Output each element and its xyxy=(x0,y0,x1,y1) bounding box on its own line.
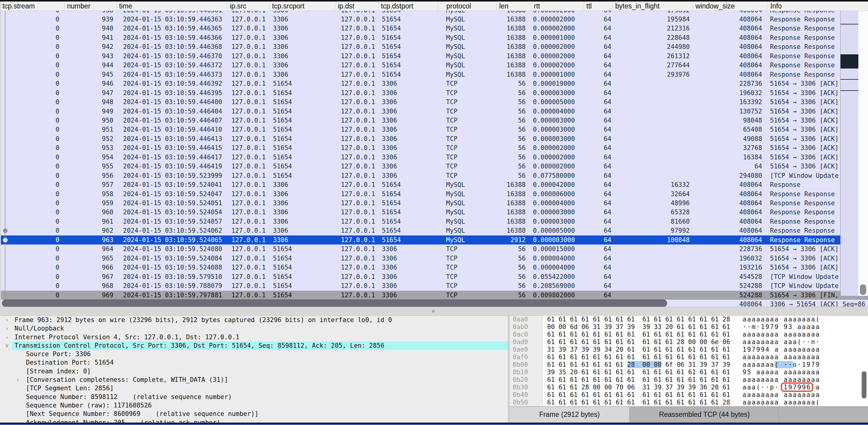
cell-srcport: 51654 xyxy=(269,153,335,162)
hex-line-0b30[interactable]: 0b3061 61 61 28 00 00 70 06 31 39 37 39 … xyxy=(510,384,868,391)
expanded-arrow-icon[interactable]: ∨ xyxy=(2,341,11,350)
packet-row-953[interactable]: 09532024-01-15 03:10:59.446415127.0.0.15… xyxy=(0,143,868,153)
hex-line-0ab0[interactable]: 0ab000 00 6d 06 31 39 37 39 39 33 20 61 … xyxy=(510,323,868,331)
detail-line[interactable]: ›Frame 963: 2912 bytes on wire (23296 bi… xyxy=(0,316,508,324)
packet-row-964[interactable]: 09642024-01-15 03:10:59.524080127.0.0.15… xyxy=(0,245,868,254)
packet-row-955[interactable]: 09552024-01-15 03:10:59.446419127.0.0.15… xyxy=(0,162,868,171)
detail-line[interactable]: [Next Sequence Number: 8600969 (relative… xyxy=(0,409,508,418)
detail-line[interactable]: Source Port: 3306 xyxy=(0,350,508,358)
packet-row-938[interactable]: 09382024-01-15 03:10:59.446361127.0.0.13… xyxy=(0,11,868,15)
splitter-handle[interactable] xyxy=(432,310,435,313)
collapsed-arrow-icon[interactable]: › xyxy=(2,316,11,324)
packet-list[interactable]: 09382024-01-15 03:10:59.446361127.0.0.13… xyxy=(0,11,868,307)
hex-line-0b40[interactable]: 0b4061 61 61 61 61 61 61 61 61 61 61 61 … xyxy=(510,391,868,399)
hex-line-0b50[interactable]: 0b5061 61 61 61 61 61 61 61 61 61 61 61 … xyxy=(510,399,868,406)
collapsed-arrow-icon[interactable]: › xyxy=(13,375,22,384)
column-header-stream[interactable]: tcp.stream xyxy=(0,1,64,10)
hex-vscroll-thumb[interactable] xyxy=(862,371,867,398)
column-header-len[interactable]: len xyxy=(496,1,531,10)
cell-ttl: 64 xyxy=(584,88,613,98)
cell-proto: MySQL xyxy=(438,235,496,245)
hex-ascii: aaaaaaaa aaa(··n· xyxy=(743,338,820,346)
packet-row-956[interactable]: 09562024-01-15 03:10:59.523999127.0.0.15… xyxy=(0,171,868,180)
packet-row-941[interactable]: 09412024-01-15 03:10:59.446366127.0.0.13… xyxy=(0,33,868,42)
detail-line[interactable]: Sequence Number: 8598112 (relative seque… xyxy=(0,393,508,401)
detail-line[interactable]: ›Null/Loopback xyxy=(0,324,508,333)
detail-line-text: [TCP Segment Len: 2856] xyxy=(26,384,114,392)
packet-row-963[interactable]: 09632024-01-15 03:10:59.524065127.0.0.13… xyxy=(0,235,868,245)
column-header-no[interactable]: number xyxy=(64,1,116,10)
packet-row-958[interactable]: 09582024-01-15 03:10:59.524047127.0.0.13… xyxy=(0,190,868,199)
packet-row-943[interactable]: 09432024-01-15 03:10:59.446370127.0.0.13… xyxy=(0,52,868,61)
detail-line[interactable]: Acknowledgment Number: 205 (relative ack… xyxy=(0,418,508,423)
hex-line-0b10[interactable]: 0b1039 35 20 61 61 61 61 61 61 61 61 61 … xyxy=(510,369,868,376)
column-header-dstport[interactable]: tcp.dstport xyxy=(378,1,438,10)
collapsed-arrow-icon[interactable]: › xyxy=(2,333,11,341)
packet-list-vscroll-track[interactable] xyxy=(858,11,868,296)
hex-line-0b20[interactable]: 0b2061 61 61 61 61 61 61 61 61 61 61 61 … xyxy=(510,376,868,384)
hex-line-0aa0[interactable]: 0aa061 61 61 61 61 61 61 61 61 61 61 61 … xyxy=(510,316,868,323)
column-header-time[interactable]: time xyxy=(116,1,227,10)
detail-line[interactable]: Destination Port: 51654 xyxy=(0,358,508,367)
cell-bif: 277644 xyxy=(613,61,693,70)
column-header-info[interactable]: Info xyxy=(768,1,868,10)
detail-line[interactable]: ∨Transmission Control Protocol, Src Port… xyxy=(0,341,508,350)
column-header-srcport[interactable]: tcp.srcport xyxy=(269,1,335,10)
detail-line[interactable]: ›Internet Protocol Version 4, Src: 127.0… xyxy=(0,333,508,341)
column-header-dst[interactable]: ip.dst xyxy=(335,1,378,10)
packet-row-960[interactable]: 09602024-01-15 03:10:59.524054127.0.0.13… xyxy=(0,208,868,217)
intelligent-scrollbar-minimap[interactable] xyxy=(840,11,858,296)
cell-time: 2024-01-15 03:10:59.446410 xyxy=(116,125,227,134)
packet-row-951[interactable]: 09512024-01-15 03:10:59.446410127.0.0.15… xyxy=(0,125,868,134)
packet-list-hscroll-thumb[interactable] xyxy=(2,300,667,307)
packet-row-950[interactable]: 09502024-01-15 03:10:59.446407127.0.0.15… xyxy=(0,116,868,125)
packet-row-965[interactable]: 09652024-01-15 03:10:59.524084127.0.0.15… xyxy=(0,254,868,263)
hex-line-0ae0[interactable]: 0ae031 39 37 39 39 34 20 61 61 61 61 61 … xyxy=(510,346,868,353)
packet-row-946[interactable]: 09462024-01-15 03:10:59.446392127.0.0.15… xyxy=(0,79,868,88)
packet-row-967[interactable]: 09672024-01-15 03:10:59.579510127.0.0.15… xyxy=(0,272,868,282)
packet-row-959[interactable]: 09592024-01-15 03:10:59.524051127.0.0.13… xyxy=(0,199,868,208)
column-header-src[interactable]: ip.src xyxy=(227,1,269,10)
byte-view-tab-reassembled-tcp[interactable]: Reassembled TCP (44 bytes) xyxy=(630,406,779,423)
packet-row-948[interactable]: 09482024-01-15 03:10:59.446400127.0.0.15… xyxy=(0,97,868,107)
cell-bif: 16332 xyxy=(613,180,693,190)
column-header-bif[interactable]: bytes_in_flight xyxy=(613,1,693,10)
cell-ttl: 64 xyxy=(584,245,613,254)
packet-row-944[interactable]: 09442024-01-15 03:10:59.446372127.0.0.13… xyxy=(0,61,868,70)
packet-row-939[interactable]: 09392024-01-15 03:10:59.446363127.0.0.13… xyxy=(0,15,868,24)
cell-no: 951 xyxy=(64,125,116,134)
hex-line-0ac0[interactable]: 0ac061 61 61 61 61 61 61 61 61 61 61 61 … xyxy=(510,331,868,338)
hex-line-0b00[interactable]: 0b0061 61 61 61 61 61 61 28 00 00 6f 06 … xyxy=(510,361,868,369)
hex-line-0ad0[interactable]: 0ad061 61 61 61 61 61 61 61 61 61 61 28 … xyxy=(510,338,868,346)
packet-row-957[interactable]: 09572024-01-15 03:10:59.524041127.0.0.13… xyxy=(0,180,868,190)
packet-row-966[interactable]: 09662024-01-15 03:10:59.524088127.0.0.15… xyxy=(0,263,868,272)
detail-line[interactable]: [TCP Segment Len: 2856] xyxy=(0,384,508,392)
packet-detail-pane[interactable]: ›Frame 963: 2912 bytes on wire (23296 bi… xyxy=(0,316,508,423)
packet-row-952[interactable]: 09522024-01-15 03:10:59.446413127.0.0.15… xyxy=(0,134,868,144)
packet-row-962[interactable]: 09622024-01-15 03:10:59.524062127.0.0.13… xyxy=(0,226,868,235)
detail-line[interactable]: ›[Conversation completeness: Complete, W… xyxy=(0,375,508,384)
packet-row-968[interactable]: 09682024-01-15 03:10:59.788079127.0.0.15… xyxy=(0,281,868,291)
packet-row-942[interactable]: 09422024-01-15 03:10:59.446368127.0.0.13… xyxy=(0,42,868,52)
cell-srcport: 51654 xyxy=(269,245,335,254)
column-header-rtt[interactable]: rtt xyxy=(531,1,584,10)
cell-ws: 294080 xyxy=(693,171,768,180)
packet-row-954[interactable]: 09542024-01-15 03:10:59.446417127.0.0.15… xyxy=(0,153,868,162)
detail-line[interactable]: [Stream index: 0] xyxy=(0,367,508,375)
packet-row-945[interactable]: 09452024-01-15 03:10:59.446373127.0.0.13… xyxy=(0,70,868,79)
column-header-ws[interactable]: window_size xyxy=(693,1,768,10)
hex-bytes-pane[interactable]: 0aa061 61 61 61 61 61 61 61 61 61 61 61 … xyxy=(510,316,868,406)
column-header-ttl[interactable]: ttl xyxy=(584,1,613,10)
packet-row-940[interactable]: 09402024-01-15 03:10:59.446365127.0.0.13… xyxy=(0,24,868,33)
cell-dst: 127.0.0.1 xyxy=(335,180,378,190)
packet-list-vscroll-thumb[interactable] xyxy=(860,284,866,295)
byte-view-tab-frame[interactable]: Frame (2912 bytes) xyxy=(510,406,629,423)
packet-row-969[interactable]: 09692024-01-15 03:10:59.797881127.0.0.15… xyxy=(0,291,868,300)
column-header-proto[interactable]: protocol xyxy=(438,1,496,10)
packet-row-961[interactable]: 09612024-01-15 03:10:59.524057127.0.0.13… xyxy=(0,217,868,226)
detail-line[interactable]: Sequence Number (raw): 1171608526 xyxy=(0,401,508,409)
packet-row-949[interactable]: 09492024-01-15 03:10:59.446404127.0.0.15… xyxy=(0,107,868,116)
packet-row-947[interactable]: 09472024-01-15 03:10:59.446395127.0.0.15… xyxy=(0,88,868,98)
collapsed-arrow-icon[interactable]: › xyxy=(2,324,11,333)
hex-line-0af0[interactable]: 0af061 61 61 61 61 61 61 61 61 61 61 61 … xyxy=(510,353,868,361)
